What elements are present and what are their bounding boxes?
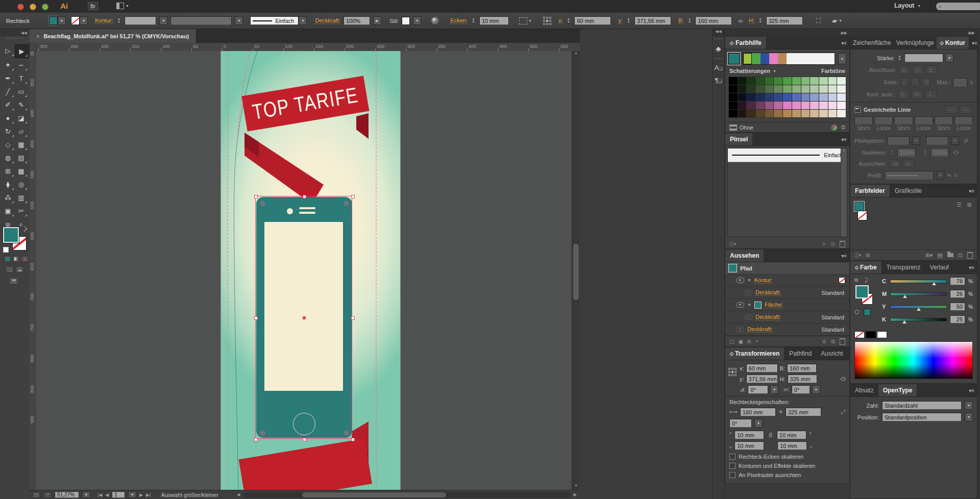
bridge-button[interactable]: Br [88,2,98,10]
ecken-link[interactable]: Ecken: [450,17,468,24]
swatch-libraries-icon[interactable]: ⎅▾ [854,252,861,259]
slider-thumb[interactable] [902,320,906,323]
color-variation-swatch[interactable] [810,102,819,109]
transform-reference-grid[interactable] [728,368,737,394]
color-variation-swatch[interactable] [765,85,774,93]
kontur-field[interactable] [125,16,156,25]
color-variation-swatch[interactable] [819,102,828,109]
farbfelder-menu-icon[interactable]: ▾≡ [966,185,977,197]
pencil-tool[interactable]: ✎ [15,98,28,111]
tab-verlauf[interactable]: Verlauf [925,261,953,273]
color-variation-swatch[interactable] [738,85,747,93]
prev-artboard-icon[interactable]: ◀ [105,492,109,497]
gradient-mode-button[interactable] [12,256,20,262]
farbhilfe-menu-icon[interactable]: ▾≡ [839,37,849,49]
rect-height-field[interactable]: 325 mm [786,408,821,416]
appearance-none-swatch[interactable] [839,277,845,284]
harmony-color-swatch[interactable] [752,53,761,64]
profil-field[interactable] [885,171,934,180]
appearance-row[interactable]: Deckkraft:Standard [725,287,849,299]
harmony-color-swatch[interactable] [743,53,752,64]
dashed-line-checkbox[interactable] [854,107,861,113]
search-input[interactable] [943,3,973,10]
slider-value-field[interactable]: 50 [950,303,965,311]
expand-arrow-icon[interactable]: ▼ [747,303,751,307]
deckkraft-dd[interactable]: ▶ [373,16,381,25]
color-variation-swatch[interactable] [738,110,747,117]
selection-handle[interactable] [303,195,306,198]
rotate-tool[interactable]: ↻ [2,125,15,138]
color-variation-swatch[interactable] [837,102,846,109]
b-link[interactable]: B: [678,17,683,24]
shear-field[interactable]: 0° [792,385,810,394]
mesh-tool[interactable]: ⊞ [2,165,15,178]
fill-dropdown[interactable]: ▼ [58,16,66,25]
draw-behind-button[interactable]: ⬓ [15,266,24,273]
color-variation-swatch[interactable] [810,93,819,101]
tb-field[interactable]: 160 mm [787,364,817,372]
blend-tool[interactable]: ◎ [15,178,28,191]
swatch-none[interactable] [857,211,867,220]
color-variation-swatch[interactable] [783,85,792,93]
selection-tool[interactable]: ▶ [15,44,29,58]
delete-brush-icon[interactable] [840,241,845,247]
new-brush-icon[interactable]: ⊞ [831,241,835,247]
out-of-web-cube-icon[interactable]: ⬡ [854,309,860,315]
tab-farbe[interactable]: ◇Farbe [850,261,882,273]
constrain-proportions-icon[interactable]: ∞ [738,17,743,24]
slider-value-field[interactable]: 26 [950,290,965,298]
farbe-menu-icon[interactable]: ▾≡ [966,261,977,273]
color-variation-swatch[interactable] [729,110,738,117]
color-variation-swatch[interactable] [765,77,774,85]
pen-tool[interactable]: ✒ [2,72,15,85]
tab-zeichenflaeche[interactable]: Zeichenfläche [850,37,894,49]
color-variation-swatch[interactable] [801,102,810,109]
color-variation-swatch[interactable] [837,77,846,85]
color-variation-swatch[interactable] [810,110,819,117]
color-variation-swatch[interactable] [765,110,774,117]
appearance-label[interactable]: Deckkraft: [747,326,773,333]
color-variation-swatch[interactable] [729,85,738,93]
transform-icon[interactable]: ⛶ [816,17,821,25]
brush-dd[interactable]: ▼ [299,16,307,25]
color-variation-swatch[interactable] [801,85,810,93]
deckkraft-field[interactable]: 100% [344,16,370,25]
color-mode-button[interactable] [4,256,11,262]
column-graph-tool[interactable]: ▥ [15,191,28,204]
color-variation-swatch[interactable] [738,102,747,109]
color-variation-swatch[interactable] [837,110,846,117]
magic-wand-tool[interactable]: ✦ [2,59,15,71]
direct-selection-tool[interactable]: ▷ [2,44,15,57]
angle-field[interactable]: 0° [748,385,768,394]
arrow-start-field[interactable] [887,136,910,145]
tab-opentype[interactable]: OpenType [878,384,918,396]
brush-libraries-icon[interactable]: ⎅▾ [729,241,736,247]
rectangle-tool[interactable]: ▭ [15,85,28,98]
color-variation-swatch[interactable] [756,93,765,101]
constrain-wh-icon[interactable]: ✳ [778,409,783,415]
tab-kontur[interactable]: ◇Kontur [937,37,969,49]
tx-field[interactable]: 60 mm [746,364,778,372]
variable-width-dd[interactable]: ▼ [235,16,243,25]
kontur-dd[interactable]: ▼ [159,16,167,25]
delete-swatch-icon[interactable] [967,252,973,259]
slice-tool[interactable]: ✂ [15,205,28,217]
appearance-label[interactable]: Deckkraft: [755,289,781,296]
arrange-documents-button[interactable]: ▼ [116,3,129,9]
zoom-dd[interactable]: ▼ [82,491,90,498]
workspace-switcher[interactable]: Layout ▼ [894,2,921,9]
color-variation-swatch[interactable] [756,85,765,93]
character-styles-panel-icon[interactable]: A❏ [713,61,724,74]
shape-builder-tool[interactable]: ◍ [2,152,15,164]
color-variation-swatch[interactable] [747,85,755,93]
position-dd[interactable]: ▼ [965,413,973,421]
limit-color-group[interactable]: Ohne [729,124,753,131]
x-link[interactable]: x: [558,17,563,24]
color-variation-swatch[interactable] [738,77,747,85]
constrain-link-icon[interactable]: ⛮ [840,376,846,382]
traffic-close-button[interactable] [17,4,24,10]
slider-thumb[interactable] [903,295,907,298]
dash-field[interactable] [954,116,973,124]
corner-link-icon[interactable]: 8 [767,432,774,439]
arrow-end-dd[interactable]: ▼ [951,136,959,145]
